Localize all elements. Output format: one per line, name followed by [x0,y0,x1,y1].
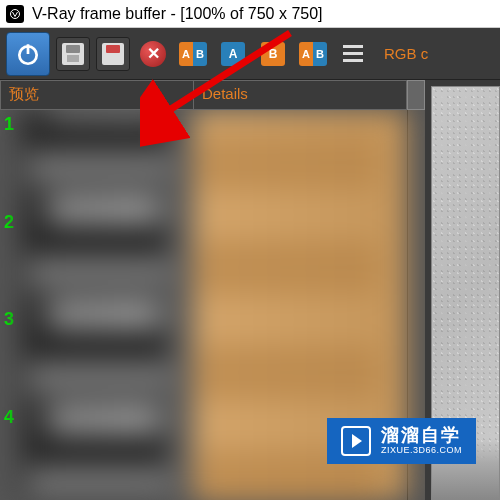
toolbar: ✕ AB A B AB RGB c [0,28,500,80]
menu-button[interactable] [336,37,370,71]
render-button[interactable] [6,32,50,76]
preview-header[interactable]: 预览 [0,80,194,110]
row-number: 3 [0,305,18,403]
save-all-button[interactable] [96,37,130,71]
watermark-url: ZIXUE.3D66.COM [381,446,462,456]
titlebar: V-Ray frame buffer - [100% of 750 x 750] [0,0,500,28]
row-numbers: 1 2 3 4 [0,110,18,500]
row-number: 4 [0,403,18,501]
a-button[interactable]: A [216,37,250,71]
channel-label[interactable]: RGB c [384,45,428,62]
vray-icon [6,5,24,23]
b-button[interactable]: B [256,37,290,71]
row-number: 1 [0,110,18,208]
watermark: 溜溜自学 ZIXUE.3D66.COM [327,418,476,464]
details-header[interactable]: Details [194,80,407,110]
play-icon [341,426,371,456]
row-number: 2 [0,208,18,306]
ab-compare-button[interactable]: AB [176,37,210,71]
column-headers: 预览 Details [0,80,425,110]
clear-button[interactable]: ✕ [136,37,170,71]
ab-swap-button[interactable]: AB [296,37,330,71]
save-button[interactable] [56,37,90,71]
header-scroll-corner [407,80,425,110]
watermark-title: 溜溜自学 [381,426,462,446]
window-title: V-Ray frame buffer - [100% of 750 x 750] [32,5,323,23]
